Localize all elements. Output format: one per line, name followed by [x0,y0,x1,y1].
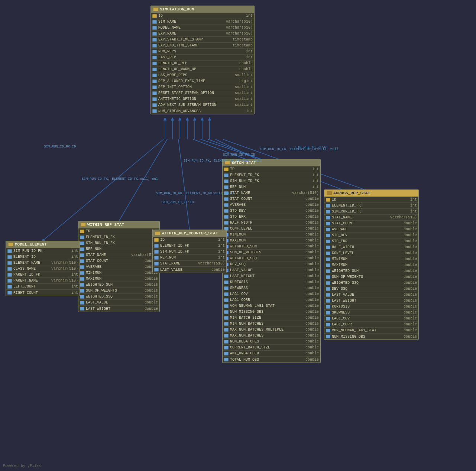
table-row: STD_DEV double [324,233,418,238]
pk-icon [152,14,157,18]
table-row: MODEL_NAME varchar(510) [151,25,254,31]
fk-icon [152,44,157,48]
table-row: ID int [151,13,254,19]
table-row: STAT_NAME varchar(510) [223,190,320,196]
fk-icon [80,236,84,239]
fk-icon [80,277,84,281]
table-row: SIM_RUN_ID_FK int [6,248,80,254]
simulation-run-header: SIMULATION_RUN [151,6,254,13]
table-row: CONF_LEVEL double [324,250,418,256]
table-row: LAST_VALUE double [78,300,159,306]
fk-icon [154,244,159,248]
table-row: NUM_MISSING_OBS double [223,309,320,315]
table-icon [81,223,86,227]
within-rep-counter-stat-table[interactable]: WITHIN_REP_COUNTER_STAT ID int ELEMENT_I… [152,230,227,273]
fk-icon [80,241,84,245]
table-row: NUM_MISSING_OBS double [324,334,418,340]
fk-icon [224,322,229,326]
fk-icon [326,299,330,303]
table-row: REP_INIT_OPTION smallint [151,84,254,90]
fk-icon [7,267,12,271]
fk-icon [224,334,229,338]
table-row: REP_NUM int [223,184,320,190]
table-row: SIM_RUN_ID_FK int [223,178,320,184]
table-row: ID int [153,237,226,243]
fk-icon [152,103,157,107]
table-row: STAT_COUNT double [223,196,320,202]
table-row: RIGHT_COUNT int [6,290,80,296]
table-row: EXP_NAME varchar(510) [151,31,254,37]
fk-icon [224,328,229,332]
table-row: AMT_UNBATCHED double [223,351,320,357]
table-row: STAT_COUNT double [324,221,418,227]
fk-icon [224,346,229,350]
fk-icon [7,249,12,253]
table-row: LAG1_COV double [324,316,418,322]
relation-label: SIM_RUN_ID_FK:ID [162,201,194,204]
table-row: LENGTH_OF_REP double [151,61,254,66]
table-icon [327,191,332,195]
table-row: VON_NEUMAN_LAG1_STAT double [223,303,320,309]
across-rep-stat-table[interactable]: ACROSS_REP_STAT ID int ELEMENT_ID_FK int… [324,189,419,340]
fk-icon [224,203,229,207]
watermark: Powered by yFiles [3,464,41,468]
table-row: ID int [324,197,418,203]
fk-icon [224,352,229,355]
table-row: ID int [223,166,320,172]
table-row: STAT_NAME varchar(510) [153,261,226,267]
table-row: SKEWNESS double [223,285,320,291]
table-row: LAST_VALUE double [223,267,320,273]
fk-icon [224,280,229,284]
pk-icon [154,238,159,242]
fk-icon [80,301,84,305]
table-row: SIM_RUN_ID_FK int [78,240,159,246]
table-row: SKEWNESS double [324,310,418,316]
canvas: SIMULATION_RUN ID int SIM_NAME varchar(5… [0,0,476,471]
table-icon [155,231,160,235]
pk-icon [326,198,330,202]
table-row: REP_NUM int [153,255,226,261]
fk-icon [80,307,84,311]
fk-icon [326,275,330,279]
table-row: STD_ERR double [223,214,320,220]
batch-stat-table[interactable]: BATCH_STAT ID int ELEMENT_ID_FK int SIM_… [222,159,321,363]
table-row: MAX_NUM_BATCHES double [223,333,320,339]
fk-icon [326,240,330,243]
fk-icon [224,310,229,314]
fk-icon [152,56,157,59]
fk-icon [326,323,330,327]
fk-icon [80,271,84,275]
table-row: ELEMENT_NAME varchar(510) [6,260,80,266]
table-row: WEIGHTED_SUM double [223,244,320,250]
fk-icon [326,251,330,255]
pk-icon [80,230,84,233]
table-row: STAT_NAME varchar(510) [324,215,418,221]
table-row: TOTAL_NUM_OBS double [223,357,320,363]
simulation-run-table[interactable]: SIMULATION_RUN ID int SIM_NAME varchar(5… [150,6,255,114]
table-row: CURRENT_BATCH_SIZE double [223,345,320,351]
fk-icon [7,255,12,259]
fk-icon [224,304,229,308]
fk-icon [80,265,84,269]
table-row: ELEMENT_ID_FK int [153,243,226,249]
fk-icon [326,222,330,225]
model-element-table[interactable]: MODEL_ELEMENT SIM_RUN_ID_FK int ELEMENT_… [6,241,80,296]
table-row: LAST_REP int [151,55,254,61]
table-row: WEIGHTED_SSQ double [324,280,418,286]
table-row: SIM_RUN_ID_FK int [153,249,226,255]
relation-label: SIM_RUN_ID_FK, ELEMENT_ID_FK:null, nul [82,177,158,181]
fk-icon [224,173,229,177]
within-rep-counter-stat-title: WITHIN_REP_COUNTER_STAT [162,231,218,236]
within-rep-stat-table[interactable]: WITHIN_REP_STAT ID int ELEMENT_ID_FK int… [78,221,160,312]
fk-icon [80,289,84,293]
table-row: LAG1_COV double [223,291,320,297]
fk-icon [326,204,330,208]
table-row: MIN_NUM_BATCHES double [223,321,320,327]
table-row: LAG1_CORR double [223,297,320,303]
table-row: MIN_BATCH_SIZE double [223,315,320,321]
table-row: WEIGHTED_SSQ double [223,256,320,262]
fk-icon [326,305,330,309]
table-row: CONF_LEVEL double [223,226,320,232]
fk-icon [326,210,330,214]
fk-icon [326,263,330,267]
